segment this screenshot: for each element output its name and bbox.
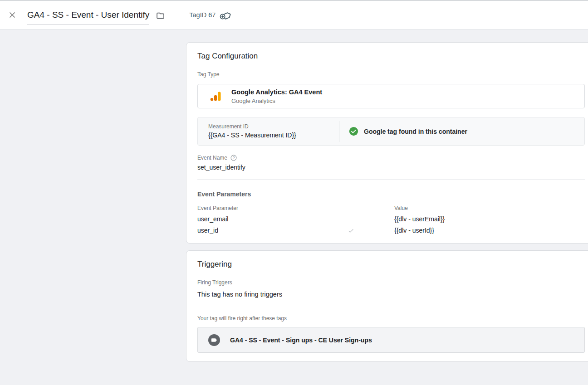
event-name-label: Event Name	[197, 155, 227, 161]
triggering-title: Triggering	[197, 259, 585, 269]
tag-name-field[interactable]: GA4 - SS - Event - User Identify	[27, 10, 149, 24]
tag-type-selector[interactable]: Google Analytics: GA4 Event Google Analy…	[197, 84, 585, 108]
event-parameters-title: Event Parameters	[197, 190, 585, 198]
success-check-icon	[349, 127, 358, 136]
measurement-id-value: {{GA4 - SS - Measurement ID}}	[208, 132, 339, 139]
parameter-value: {{dlv - userId}}	[394, 227, 585, 234]
column-header-parameter: Event Parameter	[197, 205, 347, 211]
tag-type-name: Google Analytics: GA4 Event	[231, 88, 322, 96]
event-name-value: set_user_identify	[197, 164, 585, 171]
google-tag-status: Google tag found in this container	[349, 127, 467, 136]
tag-configuration-title: Tag Configuration	[197, 51, 585, 61]
sequenced-tag-item[interactable]: GA4 - SS - Event - Sign ups - CE User Si…	[197, 327, 585, 353]
table-row: user_email {{dlv - userEmail}}	[197, 215, 585, 223]
parameter-value: {{dlv - userEmail}}	[394, 215, 585, 223]
folder-button[interactable]	[156, 11, 165, 20]
tag-type-vendor: Google Analytics	[231, 97, 322, 104]
tag-id-icon[interactable]	[219, 9, 232, 21]
tag-circle-icon	[208, 334, 220, 346]
vertical-divider	[339, 121, 339, 142]
measurement-id-label: Measurement ID	[208, 123, 339, 130]
tag-id-label: TagID 67	[189, 11, 216, 19]
parameter-name: user_id	[197, 227, 347, 234]
event-parameters-table: Event Parameter Value user_email {{dlv -…	[197, 205, 585, 234]
table-header-row: Event Parameter Value	[197, 205, 585, 211]
close-icon	[7, 10, 17, 20]
tag-sequencing-label: Your tag will fire right after these tag…	[197, 315, 585, 322]
table-row: user_id {{dlv - userId}}	[197, 227, 585, 234]
column-header-value: Value	[394, 205, 585, 211]
tag-type-text: Google Analytics: GA4 Event Google Analy…	[231, 88, 322, 104]
sequenced-tag-name: GA4 - SS - Event - Sign ups - CE User Si…	[230, 336, 372, 344]
section-divider	[197, 179, 585, 180]
check-icon	[347, 227, 355, 234]
triggering-card: Triggering Firing Triggers This tag has …	[186, 250, 588, 362]
editor-content: Tag Configuration Tag Type Google Analyt…	[186, 42, 588, 362]
measurement-id-field[interactable]: Measurement ID {{GA4 - SS - Measurement …	[197, 117, 585, 146]
firing-triggers-text: This tag has no firing triggers	[197, 291, 585, 298]
tag-id-badge: TagID 67	[189, 9, 232, 21]
parameter-name: user_email	[197, 215, 347, 223]
top-bar: GA4 - SS - Event - User Identify TagID 6…	[0, 0, 588, 29]
close-button[interactable]	[7, 10, 18, 20]
firing-triggers-label: Firing Triggers	[197, 279, 585, 286]
svg-text:?: ?	[233, 156, 235, 160]
tag-type-label: Tag Type	[197, 71, 585, 78]
google-analytics-icon	[210, 90, 222, 103]
measurement-id-section: Measurement ID {{GA4 - SS - Measurement …	[198, 123, 339, 139]
google-tag-status-text: Google tag found in this container	[364, 128, 467, 135]
help-icon[interactable]: ?	[230, 155, 237, 161]
tag-configuration-card: Tag Configuration Tag Type Google Analyt…	[186, 42, 588, 244]
event-name-section: Event Name ? set_user_identify	[197, 155, 585, 171]
folder-icon	[156, 11, 165, 20]
